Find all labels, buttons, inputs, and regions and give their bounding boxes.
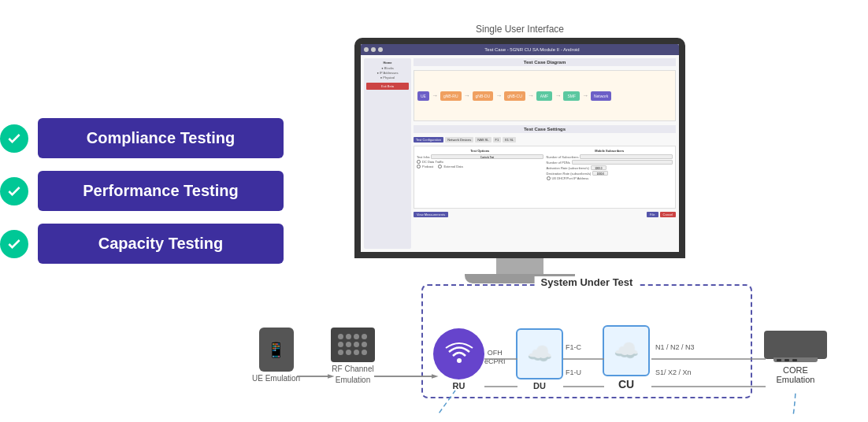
settings-subs-input[interactable]: [580, 154, 673, 159]
dia-network: Network: [591, 91, 611, 101]
dia-arrow-6: →: [582, 92, 588, 99]
screen-diagram-title: Test Case Diagram: [414, 58, 676, 66]
settings-label-external: External Data: [443, 165, 462, 168]
settings-right-col: Mobile Subscribers Number of Subscribers…: [547, 149, 673, 205]
rf-dot-10: [346, 350, 351, 355]
f1u-label: F1-U: [566, 368, 581, 376]
screen-file-btn[interactable]: File: [647, 212, 658, 217]
rf-channel-component: RF Channel Emulation: [331, 328, 375, 384]
screen-settings-area: Test Options Test Infra Controls Test: [414, 146, 676, 209]
bottom-diagram: System Under Test 📱 UE Emulation: [252, 265, 866, 414]
settings-right-title: Mobile Subscribers: [547, 149, 673, 153]
core-port-hole-1: [777, 359, 781, 361]
screen-cancel-btn[interactable]: Cancel: [660, 212, 676, 217]
rf-dot-1: [338, 334, 343, 339]
settings-field-2: DC Data Traffic: [417, 160, 543, 164]
rf-dot-2: [346, 334, 351, 339]
dia-arrow-2: →: [464, 92, 470, 99]
settings-field-1: Test Infra Controls Test: [417, 154, 543, 159]
dia-gnbru: gNB-RU: [440, 91, 462, 101]
settings-ue-ip-label: UE DHCP/Port IP Address: [552, 176, 589, 180]
rf-device-icon: [331, 328, 375, 362]
settings-traffic-input[interactable]: Controls Test: [431, 154, 543, 159]
core-label: CORE: [783, 365, 808, 375]
core-emulation-label: Emulation: [777, 375, 815, 384]
cu-label: CU: [618, 378, 634, 391]
dia-arrow-1: →: [432, 92, 438, 99]
ru-wifi-svg: [443, 339, 475, 370]
screen-tab-config[interactable]: Test Configuration: [414, 137, 443, 143]
settings-dest-input[interactable]: 1000.0: [592, 171, 608, 176]
screen-view-measurements-btn[interactable]: View Measurements: [414, 212, 448, 217]
du-cloud-icon: ☁️: [527, 342, 552, 366]
screen-nav-blocks: ● Blocks: [366, 66, 409, 70]
settings-activation-input[interactable]: 1000.0: [591, 165, 606, 170]
svg-point-0: [457, 358, 462, 363]
settings-checkbox-external[interactable]: [438, 165, 442, 168]
screen-ui: Test Case - 5GNR CU SA Module II - Andro…: [361, 44, 679, 252]
screen-nav-physical: ● Physical: [366, 76, 409, 80]
settings-field-dest: Destination Rate (subscribers/s) 1000.0: [547, 171, 673, 176]
f1c-label: F1-C: [566, 343, 581, 351]
performance-testing-label: Performance Testing: [38, 171, 284, 211]
settings-field-subs: Number of Subscribers: [547, 154, 673, 159]
screen-settings-title: Test Case Settings: [414, 125, 676, 133]
rf-label-line2: Emulation: [336, 376, 370, 384]
cu-cloud-icon: ☁️: [614, 339, 639, 363]
ru-label: RU: [453, 381, 466, 391]
titlebar-dot-red: [364, 47, 369, 52]
rf-dot-9: [338, 350, 343, 355]
screen-content: Home ● Blocks ● IP Addresses ● Physical …: [361, 55, 679, 252]
ru-component: RU: [433, 328, 484, 391]
screen-titlebar: Test Case - 5GNR CU SA Module II - Andro…: [361, 44, 679, 55]
rf-dot-11: [354, 350, 359, 355]
dia-arrow-4: →: [528, 92, 534, 99]
compliance-testing-item: Compliance Testing: [0, 118, 284, 158]
rf-dot-6: [346, 342, 351, 347]
screen-exit-btn[interactable]: Exit Beta: [366, 83, 409, 90]
rf-dots: [338, 334, 368, 356]
screen-nav-header: Home: [366, 61, 409, 65]
sx2-label: S1/ X2 / Xn: [655, 368, 692, 376]
screen-action-btns: File Cancel: [647, 212, 676, 217]
right-panel: Single User Interface Test Case - 5GNR C…: [252, 8, 866, 414]
du-label: DU: [533, 381, 546, 391]
rf-label-line1: RF Channel: [332, 365, 373, 373]
phone-icon: 📱: [266, 340, 286, 359]
core-device-icon: [764, 331, 827, 359]
settings-dest-label: Destination Rate (subscribers/s): [547, 172, 592, 176]
n123-label: N1 / N2 / N3: [655, 343, 695, 351]
compliance-check-icon: [0, 124, 28, 153]
screen-tab-e1[interactable]: E1 SL: [503, 137, 516, 143]
core-port-hole-2: [785, 359, 789, 361]
dia-amf: AMF: [536, 91, 553, 101]
capacity-testing-item: Capacity Testing: [0, 224, 284, 264]
settings-label-traffic: Test Infra: [417, 155, 429, 159]
core-port: [773, 357, 818, 362]
screen-main-area: Test Case Diagram UE → gNB-RU → gNB-DU →: [414, 58, 676, 249]
core-device-inner: [794, 336, 797, 354]
monitor-screen-inner: Test Case - 5GNR CU SA Module II - Andro…: [361, 44, 679, 252]
screen-tab-f1[interactable]: F1: [493, 137, 502, 143]
settings-checkbox-data[interactable]: [417, 160, 421, 164]
dia-gnbdu: gNB-DU: [473, 91, 494, 101]
left-panel: Compliance Testing Performance Testing C…: [0, 118, 284, 264]
performance-testing-item: Performance Testing: [0, 171, 284, 211]
du-box: ☁️: [516, 328, 563, 379]
screen-tab-nas[interactable]: NAS SL: [475, 137, 491, 143]
titlebar-text: Test Case - 5GNR CU SA Module II - Andro…: [388, 47, 676, 52]
settings-pdns-label: Number of PDNs: [547, 161, 570, 165]
settings-checkbox-podcast[interactable]: [417, 165, 421, 168]
rf-dot-3: [354, 334, 359, 339]
dia-ue: UE: [417, 91, 429, 101]
settings-pdns-input[interactable]: [572, 160, 673, 165]
settings-checkbox-ue-ip[interactable]: [547, 176, 551, 180]
ofh-ecpri-label: OFH eCPRI: [484, 349, 506, 367]
phone-device-icon: 📱: [259, 328, 294, 372]
cu-component: ☁️ CU: [603, 325, 650, 391]
ofh-label: OFH: [484, 349, 506, 358]
rf-dot-4: [362, 334, 367, 339]
screen-tab-network[interactable]: Network Devices: [445, 137, 473, 143]
ru-circle-icon: [433, 328, 484, 379]
rf-dot-5: [338, 342, 343, 347]
